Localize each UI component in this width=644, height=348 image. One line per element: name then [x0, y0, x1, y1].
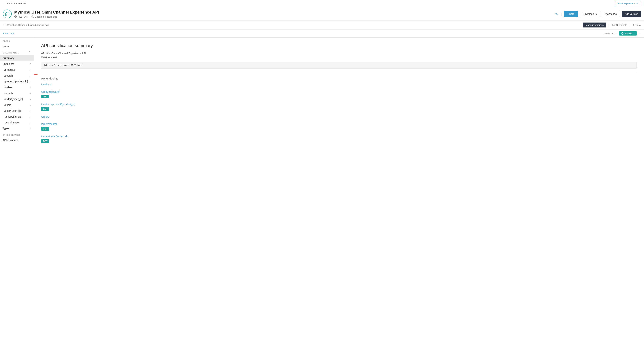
sidebar-item-product-id[interactable]: /product/{product_id} ⌄: [0, 79, 34, 84]
endpoint-group-products-product-id: /products/product/{product_id} GET: [41, 103, 637, 111]
published-info: Workshop Owner published 4 hours ago: [3, 24, 583, 26]
stable-icon: [621, 32, 624, 35]
endpoint-group-products-search: /products/search GET: [41, 90, 637, 98]
version-select-value: 1.0 x: [633, 24, 638, 27]
separator-3: |: [630, 23, 630, 27]
latest-version-value: 1.0.0: [612, 32, 617, 35]
add-version-button[interactable]: Add version: [622, 11, 641, 17]
orders-label: /orders: [4, 86, 12, 89]
share-button[interactable]: Share: [564, 11, 578, 17]
published-text: Workshop Owner published 4 hours ago: [6, 24, 49, 26]
endpoint-path-products[interactable]: /products: [41, 83, 637, 86]
sidebar-item-users[interactable]: /users ⌄: [0, 102, 34, 108]
base-url-box: http://localhost:8081/api: [41, 62, 637, 69]
sidebar-item-types[interactable]: Types ⌄: [0, 125, 34, 131]
sidebar-item-summary[interactable]: Summary: [0, 55, 34, 61]
summary-label: Summary: [2, 57, 14, 60]
view-code-button[interactable]: View code: [602, 11, 620, 17]
red-arrow: [34, 71, 39, 77]
sidebar-item-shopping-cart[interactable]: /shopping_cart ⌄: [0, 114, 34, 120]
endpoint-group-products: /products: [41, 83, 637, 86]
sidebar-item-search-1[interactable]: /search ⌄: [0, 73, 34, 79]
top-bar: ← Back to assets list Back to previous U…: [0, 0, 644, 7]
api-updated: Updated 4 hours ago: [32, 15, 57, 18]
endpoint-group-orders-order-id: /orders/order/{order_id} GET: [41, 135, 637, 143]
api-title-info: API title: Omni Channel Experience API: [41, 52, 637, 55]
header-actions: ✎ | Share Download ⌄ View code Add versi…: [554, 11, 641, 17]
sidebar-item-user-id[interactable]: /user/{user_id} ⌄: [0, 108, 34, 114]
add-tags-button[interactable]: + Add tags: [3, 32, 14, 35]
back-to-assets-link[interactable]: ← Back to assets list: [3, 2, 26, 5]
sidebar-item-confirmation[interactable]: /confirmation ⌄: [0, 120, 34, 125]
confirmation-label: /confirmation: [6, 121, 20, 124]
user-id-label: /user/{user_id}: [4, 109, 21, 112]
page-heading: API specification summary: [41, 43, 637, 48]
api-instances-label: API instances: [2, 139, 18, 142]
sidebar-item-products[interactable]: /products ⌄: [0, 67, 34, 73]
version-select[interactable]: 1.0 x ⌄: [633, 24, 641, 27]
api-meta: REST API Updated 4 hours ago: [14, 15, 551, 18]
endpoints-section: API endpoints /products /products/search…: [41, 77, 637, 143]
products-label: /products: [4, 68, 15, 71]
back-to-previous-button[interactable]: Back to previous UI: [615, 1, 641, 6]
other-details-section-label: OTHER DETAILS: [0, 131, 34, 137]
tags-bar: + Add tags Latest 1.0.0 Stable ⌄ ⌃: [0, 30, 644, 38]
api-title-block: Mythical User Omni Channel Experience AP…: [14, 10, 551, 18]
endpoint-path-products-search[interactable]: /products/search: [41, 90, 637, 93]
types-chevron-icon: ⌄: [29, 127, 31, 130]
specification-header: SPECIFICATION ⋮: [0, 49, 34, 55]
search-1-label: /search: [4, 74, 13, 77]
sidebar-item-orders[interactable]: /orders ⌄: [0, 84, 34, 90]
order-id-label: /order/{order_id}: [4, 98, 23, 101]
api-icon: [3, 10, 12, 18]
version-privacy: Private: [619, 24, 627, 27]
endpoint-path-orders-search[interactable]: /orders/search: [41, 122, 637, 125]
products-chevron-icon: ⌄: [29, 69, 31, 71]
product-id-label: /product/{product_id}: [4, 80, 28, 83]
sub-header: Workshop Owner published 4 hours ago Man…: [0, 21, 644, 30]
endpoint-group-orders-search: /orders/search GET: [41, 122, 637, 131]
main-layout: PAGES Home SPECIFICATION ⋮ Summary Endpo…: [0, 38, 644, 348]
endpoint-group-orders: /orders: [41, 115, 637, 118]
api-version-info: Version: 4.0.0: [41, 56, 637, 59]
stable-chevron-icon: ⌄: [633, 32, 635, 35]
divider-1: [41, 73, 637, 73]
endpoint-path-orders-order-id[interactable]: /orders/order/{order_id}: [41, 135, 637, 138]
sidebar-item-endpoints[interactable]: Endpoints ⌃: [0, 61, 34, 67]
chevron-down-icon: ⌄: [639, 24, 641, 27]
version-info: 1.0.0 Private: [612, 24, 627, 27]
sidebar: PAGES Home SPECIFICATION ⋮ Summary Endpo…: [0, 38, 34, 348]
separator-1: |: [561, 12, 562, 16]
search-2-chevron-icon: ⌄: [29, 92, 31, 94]
search-2-label: /search: [4, 92, 13, 95]
endpoints-label: Endpoints: [2, 62, 14, 65]
edit-button[interactable]: ✎: [554, 11, 559, 17]
types-label: Types: [2, 127, 9, 130]
endpoint-path-products-product-id[interactable]: /products/product/{product_id}: [41, 103, 637, 106]
sidebar-item-search-2[interactable]: /search ⌄: [0, 90, 34, 96]
users-label: /users: [4, 103, 11, 106]
latest-label: Latest: [604, 32, 610, 35]
separator-2: |: [608, 23, 609, 27]
stable-badge[interactable]: Stable ⌄: [619, 31, 637, 36]
shopping-cart-chevron-icon: ⌄: [29, 115, 31, 118]
tags-right: Latest 1.0.0 Stable ⌄ ⌃: [604, 31, 641, 36]
method-badge-get-3: GET: [41, 127, 49, 131]
endpoint-path-orders[interactable]: /orders: [41, 115, 637, 118]
method-badge-get-4: GET: [41, 139, 49, 143]
specification-section-label: SPECIFICATION: [2, 52, 19, 54]
method-badge-get-1: GET: [41, 95, 49, 98]
manage-versions-button[interactable]: Manage versions: [583, 23, 606, 28]
specification-menu-icon[interactable]: ⋮: [28, 51, 31, 54]
download-button[interactable]: Download ⌄: [580, 11, 600, 17]
sidebar-item-api-instances[interactable]: API instances: [0, 137, 34, 143]
sidebar-item-order-id[interactable]: /order/{order_id} ⌄: [0, 96, 34, 102]
sub-header-right: Manage versions | 1.0.0 Private | 1.0 x …: [583, 23, 641, 28]
back-arrow-icon: ←: [3, 2, 6, 5]
version-number: 1.0.0: [612, 24, 618, 27]
product-id-chevron-icon: ⌄: [29, 80, 31, 83]
method-badge-get-2: GET: [41, 107, 49, 111]
dropdown-chevron-icon: ⌄: [595, 13, 597, 15]
sidebar-item-home[interactable]: Home: [0, 43, 34, 49]
collapse-arrow-icon[interactable]: ⌃: [639, 32, 641, 35]
